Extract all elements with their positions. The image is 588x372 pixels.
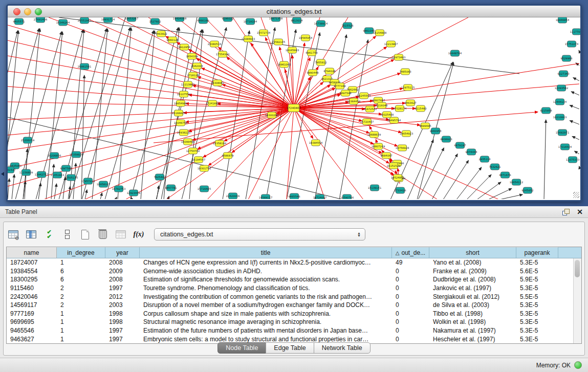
network-window-titlebar[interactable]: citations_edges.txt (8, 6, 580, 17)
table-cell[interactable]: Embryonic stem cells: a model to study s… (140, 336, 392, 343)
table-cell[interactable]: 5.3E-5 (516, 259, 558, 266)
table-cell[interactable]: 1 (57, 318, 105, 325)
create-column-icon[interactable] (78, 228, 92, 241)
table-cell[interactable]: 49 (392, 259, 429, 266)
table-cell[interactable]: 5.5E-5 (516, 293, 558, 300)
graph-node[interactable]: 9474444 (465, 149, 477, 155)
graph-node[interactable]: 2342004 (191, 63, 203, 69)
collapse-panel-arrow-icon[interactable] (1, 172, 4, 176)
table-cell[interactable]: 2 (57, 293, 105, 300)
column-header-pagerank[interactable]: pagerank (516, 247, 558, 258)
table-cell[interactable]: 2008 (105, 276, 140, 283)
table-cell[interactable]: 0 (392, 276, 429, 283)
window-resize-grip[interactable] (573, 192, 579, 198)
table-scrollbar[interactable] (573, 258, 581, 343)
graph-node[interactable]: 9529966 (560, 55, 572, 61)
graph-node[interactable]: 7463822 (155, 31, 167, 37)
table-cell[interactable]: Disruption of a novel member of a sodium… (140, 301, 392, 309)
table-cell[interactable]: 14569117 (7, 301, 57, 309)
table-cell[interactable]: Nakamura et al. (1997) (429, 327, 516, 334)
table-row[interactable]: 2242004622012Investigating the contribut… (7, 292, 581, 301)
table-cell[interactable]: Tourette syndrome. Phenomenology and cla… (140, 285, 392, 292)
network-view-window[interactable]: citations_edges.txt 94055712769140616346… (6, 4, 582, 202)
graph-node[interactable]: 2935114 (478, 156, 491, 162)
table-select-dropdown[interactable]: citations_edges.txt ▲▼ (154, 228, 365, 240)
column-header-out_de[interactable]: △out_de... (392, 247, 429, 258)
table-cell[interactable]: Estimation of the future numbers of pati… (140, 327, 392, 334)
float-panel-icon[interactable] (562, 209, 570, 215)
table-cell[interactable]: Estimation of significance thresholds fo… (140, 276, 392, 283)
graph-node[interactable]: 8215958 (540, 107, 552, 114)
table-cell[interactable]: 1997 (105, 285, 140, 292)
graph-node[interactable]: 6497548 (339, 90, 351, 96)
table-cell[interactable]: 6 (57, 276, 105, 283)
table-cell[interactable]: 18300295 (7, 276, 57, 283)
table-cell[interactable]: 5.3E-5 (516, 310, 558, 317)
table-cell[interactable]: de Silva et al. (2003) (429, 301, 516, 309)
graph-node[interactable]: 7485063 (399, 69, 411, 75)
table-cell[interactable]: 0 (392, 293, 429, 300)
graph-node[interactable]: 8813014 (291, 17, 303, 24)
graph-node[interactable]: 7515526 (341, 23, 353, 29)
table-cell[interactable]: 1 (57, 310, 105, 317)
function-builder-icon[interactable]: f(x) (132, 228, 145, 241)
graph-node[interactable]: 9586879 (222, 152, 233, 159)
table-cell[interactable]: Changes of HCN gene expression and I(f) … (140, 259, 392, 266)
graph-node[interactable]: 17240407 (287, 104, 301, 112)
graph-node[interactable]: 9405571 (13, 18, 25, 25)
zoom-window-icon[interactable] (35, 8, 42, 15)
table-cell[interactable]: 5.3E-5 (516, 336, 558, 343)
graph-node[interactable]: 9777169 (334, 83, 345, 89)
table-cell[interactable]: 1 (57, 336, 105, 343)
table-cell[interactable]: 0 (392, 318, 429, 325)
table-row[interactable]: 1872400712008Changes of HCN gene express… (7, 258, 581, 267)
table-cell[interactable]: 5.3E-5 (516, 318, 558, 325)
graph-node[interactable]: 9465546 (288, 193, 300, 199)
table-cell[interactable]: 5.9E-5 (516, 276, 558, 283)
table-cell[interactable]: 2012 (105, 293, 140, 300)
select-rows-icon[interactable]: ✔✔ (42, 228, 56, 241)
table-cell[interactable]: Hescheler et al. (1997) (429, 336, 516, 343)
graph-node[interactable]: 7955812 (315, 59, 326, 65)
table-cell[interactable]: 9465546 (7, 327, 57, 334)
graph-node[interactable]: 9912954 (178, 44, 190, 50)
table-cell[interactable]: 5.6E-5 (516, 268, 558, 275)
table-cell[interactable]: Tibbo et al. (1998) (429, 310, 516, 317)
table-cell[interactable]: 5.3E-5 (516, 301, 558, 309)
graph-node[interactable]: 2718126 (187, 72, 199, 78)
graph-node[interactable]: 6794028 (323, 68, 335, 74)
table-cell[interactable]: 2003 (105, 301, 140, 309)
table-cell[interactable]: 2009 (105, 268, 140, 275)
table-cell[interactable]: 2 (57, 285, 105, 292)
table-cell[interactable]: 1997 (105, 336, 140, 343)
graph-node[interactable]: 9245652 (521, 187, 533, 193)
table-cell[interactable]: 1 (57, 259, 105, 266)
graph-node[interactable]: 1640954 (429, 128, 442, 134)
graph-node[interactable]: 7625402 (154, 174, 165, 180)
delete-table-icon[interactable] (114, 228, 127, 241)
tab-edge-table[interactable]: Edge Table (266, 342, 314, 354)
network-graph[interactable]: 9405571276914061634624420551941199317141… (8, 17, 580, 199)
table-cell[interactable]: 5.3E-5 (516, 285, 558, 292)
minimize-window-icon[interactable] (24, 8, 31, 15)
graph-node[interactable]: 9115460 (415, 105, 426, 112)
show-columns-icon[interactable] (25, 228, 38, 241)
table-cell[interactable]: 18724007 (7, 259, 57, 266)
graph-node[interactable]: 9463627 (404, 100, 416, 106)
column-header-short[interactable]: short (429, 247, 516, 258)
table-cell[interactable]: 1998 (105, 318, 140, 325)
graph-node[interactable]: 1654339 (186, 53, 198, 59)
graph-node[interactable]: 9990448 (307, 70, 318, 76)
table-cell[interactable]: 9699695 (7, 318, 57, 325)
tab-network-table[interactable]: Network Table (314, 342, 371, 354)
graph-node[interactable]: 9857791 (165, 185, 177, 191)
table-cell[interactable]: 9115460 (7, 285, 57, 292)
table-cell[interactable]: 6 (57, 268, 105, 275)
table-cell[interactable]: 0 (392, 336, 429, 343)
close-window-icon[interactable] (13, 8, 20, 15)
table-cell[interactable]: 2008 (105, 259, 140, 266)
column-header-title[interactable]: title (140, 247, 392, 258)
table-row[interactable]: 1456911722003Disruption of a novel membe… (7, 301, 581, 310)
table-cell[interactable]: 0 (392, 327, 429, 334)
table-cell[interactable]: Structural magnetic resonance image aver… (140, 318, 392, 325)
